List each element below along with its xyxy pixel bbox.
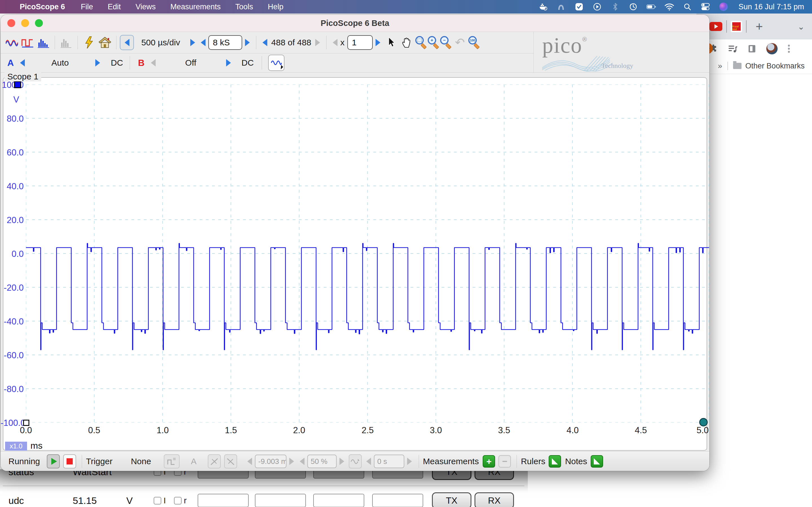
value-field-3[interactable] [313, 494, 364, 507]
row-unit: V [126, 495, 143, 506]
bookmarks-overflow-chevron-icon[interactable]: » [718, 61, 722, 70]
trigger-label: Trigger [86, 457, 120, 466]
oscilloscope-plot[interactable] [26, 84, 709, 422]
timebase-decrease-button[interactable] [120, 35, 134, 50]
tasks-check-icon[interactable] [574, 2, 584, 11]
pointer-tool-icon[interactable] [384, 35, 398, 50]
zoom-decrease-arrow[interactable] [333, 39, 338, 46]
tx-button[interactable]: TX [432, 492, 471, 507]
window-title-bar[interactable]: PicoScope 6 Beta [1, 15, 709, 32]
pretrigger-decrease-arrow[interactable] [300, 458, 305, 465]
play-circle-icon[interactable] [592, 2, 602, 11]
zoom-increase-arrow[interactable] [375, 39, 380, 46]
channel-a-coupling[interactable]: DC [111, 58, 123, 68]
channel-a-offset-handle[interactable] [14, 81, 21, 88]
channel-b-range-down-arrow[interactable] [151, 59, 156, 66]
youtube-pinned-tab-icon[interactable] [709, 22, 722, 31]
channel-a-range-down-arrow[interactable] [20, 59, 25, 66]
signal-generator-button[interactable] [268, 55, 285, 71]
stop-capture-button[interactable] [63, 454, 76, 468]
trigger-delay-field[interactable]: 0 s [374, 455, 404, 468]
menu-tools[interactable]: Tools [228, 3, 260, 11]
menu-views[interactable]: Views [128, 3, 163, 11]
samples-count-input[interactable]: 8 kS [208, 35, 242, 50]
menu-help[interactable]: Help [260, 3, 291, 11]
siri-icon[interactable] [719, 2, 728, 11]
spectrum-view-icon[interactable] [36, 35, 51, 50]
zoom-out-tool-icon[interactable]: − [440, 36, 452, 49]
reading-list-icon[interactable] [748, 45, 756, 53]
zoom-factor-input[interactable]: 1 [347, 35, 373, 50]
tab-search-chevron-icon[interactable]: ⌄ [798, 22, 805, 32]
spotlight-search-icon[interactable] [682, 2, 692, 11]
browser-profile-avatar[interactable] [766, 43, 777, 54]
zoom-selection-tool-icon[interactable] [415, 36, 427, 49]
home-icon[interactable] [98, 35, 112, 50]
channel-a-range[interactable]: Auto [28, 58, 93, 68]
toolbar-separator [419, 455, 419, 468]
zoom-in-tool-icon[interactable]: + [427, 36, 440, 49]
buffer-position: 488 of 488 [270, 38, 312, 47]
other-bookmarks-label[interactable]: Other Bookmarks [746, 62, 805, 70]
bluetooth-icon[interactable] [610, 2, 620, 11]
channel-b-label: B [138, 58, 144, 68]
auto-setup-icon[interactable] [82, 35, 96, 50]
notes-button[interactable] [591, 455, 603, 467]
add-measurement-button[interactable]: + [483, 455, 495, 467]
scope-tab-label[interactable]: Scope 1 [4, 72, 41, 81]
pretrigger-increase-arrow[interactable] [340, 458, 344, 465]
channel-b-range[interactable]: Off [158, 58, 223, 68]
rx-button[interactable]: RX [474, 492, 514, 507]
menu-measurements[interactable]: Measurements [163, 3, 228, 11]
menu-edit[interactable]: Edit [100, 3, 128, 11]
channels-toolbar: A Auto DC B Off DC [1, 53, 534, 73]
zoom-full-tool-icon[interactable]: 100 [468, 36, 480, 49]
timebase-increase-arrow[interactable] [190, 39, 195, 46]
playlist-music-icon[interactable] [728, 45, 738, 53]
persistence-view-icon[interactable] [20, 35, 35, 50]
time-machine-icon[interactable] [628, 2, 638, 11]
trigger-mode-select[interactable]: None [120, 457, 162, 466]
channel-b-range-up-arrow[interactable] [226, 59, 231, 66]
y-axis-unit: V [1, 95, 19, 105]
scope-view-icon[interactable] [4, 35, 19, 50]
value-field-1[interactable] [198, 494, 249, 507]
channel-a-range-up-arrow[interactable] [95, 59, 100, 66]
menu-bar-clock[interactable]: Sun 16 Jul 7:15 pm [739, 3, 804, 11]
trigger-threshold-field[interactable]: -9.003 mV [255, 455, 287, 468]
value-field-4[interactable] [372, 494, 423, 507]
y-tick-label: -60.0 [1, 350, 24, 360]
delay-decrease-arrow[interactable] [366, 458, 371, 465]
browser-menu-dots-icon[interactable] [788, 44, 790, 53]
x-axis-multiplier-badge[interactable]: x1.0 [5, 442, 27, 451]
control-center-icon[interactable] [701, 2, 710, 11]
background-browser-window: Royal Mail + ⌄ » Other Bookmarks [696, 13, 812, 507]
alfred-icon[interactable] [556, 2, 566, 11]
start-capture-button[interactable] [47, 454, 60, 468]
threshold-decrease-arrow[interactable] [247, 458, 252, 465]
samples-decrease-arrow[interactable] [201, 39, 206, 46]
channel-b-coupling[interactable]: DC [242, 58, 254, 68]
svg-text:!: ! [545, 7, 546, 10]
value-field-2[interactable] [255, 494, 306, 507]
docker-icon[interactable]: ! [538, 2, 548, 11]
samples-increase-arrow[interactable] [245, 39, 250, 46]
threshold-increase-arrow[interactable] [289, 458, 294, 465]
x-tick-label: 3.5 [490, 425, 518, 436]
trigger-marker-square[interactable] [23, 420, 29, 426]
menu-app-name[interactable]: PicoScope 6 [13, 3, 73, 11]
buffer-previous-arrow[interactable] [262, 39, 267, 46]
delay-increase-arrow[interactable] [407, 458, 412, 465]
timebase-value[interactable]: 500 µs/div [134, 38, 188, 47]
menu-file[interactable]: File [73, 3, 101, 11]
buffer-next-arrow[interactable] [315, 39, 320, 46]
bookmarks-separator [727, 62, 728, 70]
royal-mail-pinned-tab-icon[interactable]: Royal Mail [731, 21, 742, 32]
rulers-button[interactable] [549, 455, 561, 467]
pre-trigger-field[interactable]: 50 % [307, 455, 337, 468]
checkbox-r[interactable] [174, 497, 182, 504]
hand-pan-tool-icon[interactable] [400, 35, 414, 50]
wifi-icon[interactable] [665, 2, 674, 11]
new-tab-button[interactable]: + [756, 19, 763, 34]
checkbox-i[interactable] [154, 497, 161, 504]
